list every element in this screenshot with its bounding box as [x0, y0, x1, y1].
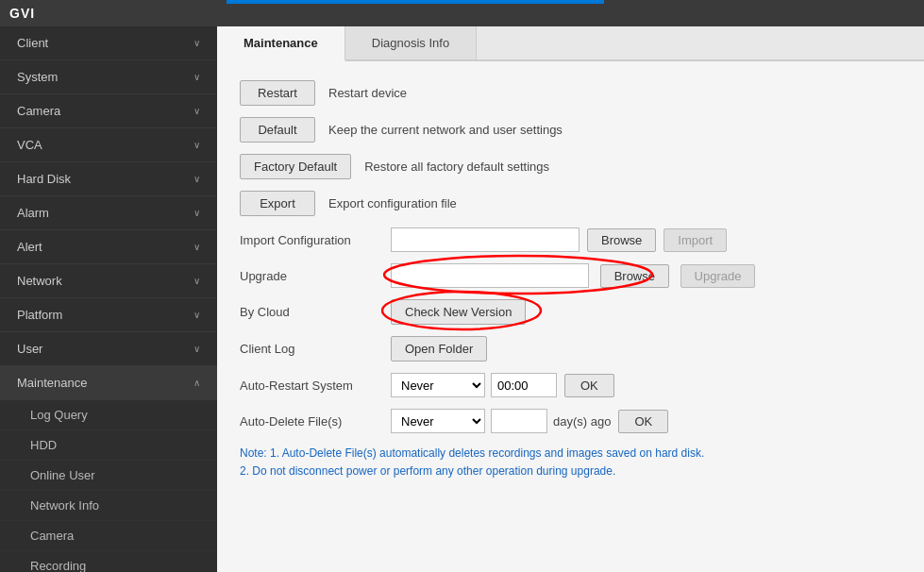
upgrade-button[interactable]: Upgrade	[680, 264, 756, 288]
sidebar-sub-item-camera[interactable]: Camera	[0, 521, 217, 551]
sidebar-item-label: User	[17, 342, 42, 356]
auto-delete-row: Auto-Delete File(s) Never Daily Weekly d…	[240, 409, 901, 433]
sidebar-item-label: Alert	[17, 240, 42, 254]
sidebar-item-vca[interactable]: VCA ∨	[0, 128, 217, 162]
note-line-2: 2. Do not disconnect power or perform an…	[240, 463, 901, 480]
tab-maintenance[interactable]: Maintenance	[217, 26, 345, 61]
sidebar-item-alert[interactable]: Alert ∨	[0, 230, 217, 264]
chevron-down-icon: ∨	[193, 72, 200, 82]
sidebar-item-label: Network	[17, 274, 62, 288]
sidebar-item-label: Platform	[17, 308, 62, 322]
sidebar-sub-item-online-user[interactable]: Online User	[0, 461, 217, 491]
auto-delete-label: Auto-Delete File(s)	[240, 414, 391, 429]
default-row: Default Keep the current network and use…	[240, 117, 901, 143]
sidebar-item-label: Camera	[17, 104, 60, 118]
factory-default-row: Factory Default Restore all factory defa…	[240, 154, 901, 179]
open-folder-button[interactable]: Open Folder	[391, 336, 487, 362]
export-button[interactable]: Export	[240, 191, 315, 216]
app-logo: GVI	[9, 6, 35, 21]
sidebar-item-camera[interactable]: Camera ∨	[0, 94, 217, 128]
sidebar-item-client[interactable]: Client ∨	[0, 26, 217, 60]
auto-restart-ok-button[interactable]: OK	[564, 374, 614, 397]
chevron-down-icon: ∨	[193, 38, 200, 48]
sidebar-item-maintenance[interactable]: Maintenance ∧	[0, 366, 217, 400]
chevron-down-icon: ∨	[193, 242, 200, 252]
restart-row: Restart Restart device	[240, 80, 901, 106]
client-log-row: Client Log Open Folder	[240, 336, 901, 362]
restart-label: Restart device	[328, 86, 407, 100]
sidebar-sub-item-log-query[interactable]: Log Query	[0, 400, 217, 430]
sidebar-sub-item-network-info[interactable]: Network Info	[0, 491, 217, 521]
auto-delete-ok-button[interactable]: OK	[618, 410, 668, 433]
default-button[interactable]: Default	[240, 117, 315, 143]
sidebar-sub-item-hdd[interactable]: HDD	[0, 430, 217, 461]
upgrade-label: Upgrade	[240, 269, 391, 283]
chevron-down-icon: ∨	[193, 276, 200, 286]
chevron-down-icon: ∨	[193, 106, 200, 116]
upgrade-input[interactable]	[391, 263, 589, 288]
chevron-down-icon: ∨	[193, 140, 200, 150]
restart-button[interactable]: Restart	[240, 80, 315, 106]
chevron-down-icon: ∨	[193, 208, 200, 218]
sidebar-item-harddisk[interactable]: Hard Disk ∨	[0, 162, 217, 196]
export-label: Export configuration file	[328, 196, 457, 210]
sidebar-item-system[interactable]: System ∨	[0, 60, 217, 94]
cloud-check-area: Check New Version	[391, 299, 526, 325]
by-cloud-row: By Cloud Check New Version	[240, 299, 901, 325]
client-log-label: Client Log	[240, 342, 391, 356]
import-config-input[interactable]	[391, 227, 580, 252]
auto-restart-time-input[interactable]	[491, 373, 557, 397]
chevron-up-icon: ∧	[193, 378, 200, 388]
sidebar-item-label: Client	[17, 36, 48, 50]
main-layout: Client ∨ System ∨ Camera ∨ VCA ∨ Hard Di…	[0, 26, 924, 572]
auto-delete-select[interactable]: Never Daily Weekly	[391, 409, 485, 433]
days-ago-label: day(s) ago	[553, 414, 611, 429]
sidebar-item-alarm[interactable]: Alarm ∨	[0, 196, 217, 230]
tab-bar: Maintenance Diagnosis Info	[217, 26, 924, 61]
auto-restart-select[interactable]: Never Daily Weekly	[391, 373, 485, 397]
factory-default-label: Restore all factory default settings	[364, 160, 549, 174]
check-new-version-button[interactable]: Check New Version	[391, 299, 526, 325]
top-bar: GVI	[0, 0, 924, 26]
import-browse-button[interactable]: Browse	[587, 228, 656, 252]
main-content: Maintenance Diagnosis Info Restart Resta…	[217, 26, 924, 572]
sidebar-item-network[interactable]: Network ∨	[0, 264, 217, 298]
note-text: Note: 1. Auto-Delete File(s) automatical…	[240, 445, 901, 480]
default-label: Keep the current network and user settin…	[328, 123, 563, 137]
import-config-label: Import Configuration	[240, 233, 391, 247]
upgrade-input-area: Browse Upgrade	[391, 263, 755, 288]
sidebar-item-user[interactable]: User ∨	[0, 332, 217, 366]
sidebar-item-label: System	[17, 70, 58, 84]
sidebar: Client ∨ System ∨ Camera ∨ VCA ∨ Hard Di…	[0, 26, 217, 572]
upgrade-browse-button[interactable]: Browse	[600, 264, 669, 288]
chevron-down-icon: ∨	[193, 174, 200, 184]
factory-default-button[interactable]: Factory Default	[240, 154, 351, 179]
content-area: Restart Restart device Default Keep the …	[217, 61, 924, 572]
auto-restart-row: Auto-Restart System Never Daily Weekly O…	[240, 373, 901, 397]
auto-restart-label: Auto-Restart System	[240, 379, 391, 393]
chevron-down-icon: ∨	[193, 344, 200, 354]
import-button[interactable]: Import	[664, 228, 727, 252]
sidebar-item-label: VCA	[17, 138, 42, 152]
sidebar-item-label: Hard Disk	[17, 172, 71, 186]
chevron-down-icon: ∨	[193, 310, 200, 320]
export-row: Export Export configuration file	[240, 191, 901, 216]
import-config-row: Import Configuration Browse Import	[240, 227, 901, 252]
sidebar-sub-item-recording[interactable]: Recording	[0, 551, 217, 572]
by-cloud-label: By Cloud	[240, 305, 391, 319]
note-line-1: Note: 1. Auto-Delete File(s) automatical…	[240, 445, 901, 463]
sidebar-item-label: Maintenance	[17, 376, 87, 390]
upgrade-row: Upgrade Browse Upgrade	[240, 263, 901, 288]
sidebar-item-platform[interactable]: Platform ∨	[0, 298, 217, 332]
sidebar-item-label: Alarm	[17, 206, 49, 220]
tab-diagnosis-info[interactable]: Diagnosis Info	[345, 26, 477, 59]
progress-bar	[227, 0, 604, 4]
auto-delete-days-input[interactable]	[491, 409, 547, 433]
